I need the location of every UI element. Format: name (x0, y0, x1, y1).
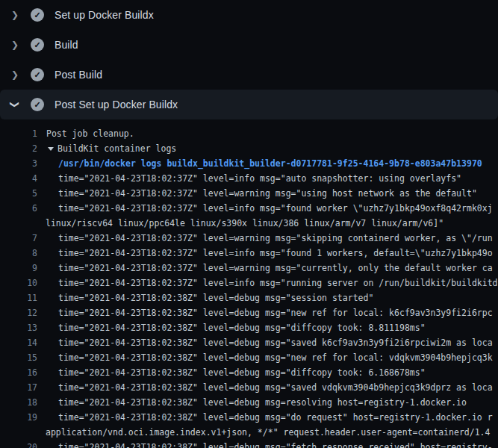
log-line: 12time="2021-04-23T18:02:38Z" level=debu… (0, 305, 498, 320)
log-line: 16time="2021-04-23T18:02:38Z" level=debu… (0, 365, 498, 380)
line-number[interactable]: 11 (0, 293, 37, 303)
log-line: 4time="2021-04-23T18:02:37Z" level=info … (0, 171, 498, 186)
line-number[interactable]: 4 (0, 173, 37, 184)
log-line: 9time="2021-04-23T18:02:37Z" level=warni… (0, 261, 498, 276)
chevron-right-icon[interactable]: ❯ (9, 10, 21, 19)
line-number[interactable]: 20 (0, 442, 37, 448)
line-number[interactable]: 7 (0, 233, 37, 243)
line-number[interactable]: 19 (0, 412, 37, 423)
check-circle-icon: ✓ (31, 8, 44, 22)
check-circle-icon: ✓ (31, 68, 44, 81)
log-text: time="2021-04-23T18:02:37Z" level=info m… (58, 248, 493, 258)
step-title: Post Build (55, 69, 102, 81)
line-number[interactable]: 15 (0, 352, 37, 363)
log-text: application/vnd.oci.image.index.v1+json,… (46, 427, 490, 438)
step-title: Post Set up Docker Buildx (55, 99, 178, 111)
log-line: 1Post job cleanup. (0, 126, 498, 141)
log-line: 14time="2021-04-23T18:02:38Z" level=debu… (0, 335, 498, 350)
line-number[interactable]: 6 (0, 203, 37, 214)
log-line: 8time="2021-04-23T18:02:37Z" level=info … (0, 246, 498, 261)
collapse-triangle-icon[interactable] (48, 147, 54, 151)
log-text: time="2021-04-23T18:02:38Z" level=debug … (58, 352, 493, 363)
log-text: time="2021-04-23T18:02:38Z" level=debug … (58, 442, 493, 448)
log-text: time="2021-04-23T18:02:38Z" level=debug … (58, 367, 426, 378)
log-line: 18time="2021-04-23T18:02:38Z" level=debu… (0, 395, 498, 410)
log-text: time="2021-04-23T18:02:38Z" level=debug … (58, 382, 493, 393)
log-text: time="2021-04-23T18:02:38Z" level=debug … (58, 323, 426, 333)
command-text: /usr/bin/docker logs buildx_buildkit_bui… (58, 158, 482, 169)
step-title: Set up Docker Buildx (55, 9, 154, 21)
log-line: 3/usr/bin/docker logs buildx_buildkit_bu… (0, 156, 498, 171)
step-row-build[interactable]: ❯✓Build (0, 30, 498, 60)
log-line: 2BuildKit container logs (0, 141, 498, 156)
group-label[interactable]: BuildKit container logs (57, 143, 176, 154)
log-text: Post job cleanup. (46, 128, 134, 139)
chevron-down-icon[interactable]: ❯ (10, 99, 19, 111)
line-number[interactable]: 14 (0, 337, 37, 348)
line-number[interactable]: 12 (0, 308, 37, 318)
log-line: 19time="2021-04-23T18:02:38Z" level=debu… (0, 410, 498, 425)
log-line: 13time="2021-04-23T18:02:38Z" level=debu… (0, 320, 498, 335)
log-text: time="2021-04-23T18:02:37Z" level=warnin… (58, 233, 493, 243)
log-text: linux/riscv64 linux/ppc64le linux/s390x … (46, 218, 443, 228)
line-number[interactable]: 16 (0, 367, 37, 378)
log-line-wrap: application/vnd.oci.image.index.v1+json,… (0, 425, 498, 440)
log-line: 6time="2021-04-23T18:02:37Z" level=info … (0, 201, 498, 216)
steps-list: ❯✓Set up Docker Buildx❯✓Build❯✓Post Buil… (0, 0, 498, 119)
log-text: time="2021-04-23T18:02:37Z" level=info m… (58, 203, 493, 214)
log-lines: 1Post job cleanup.2BuildKit container lo… (0, 119, 498, 448)
check-circle-icon: ✓ (31, 98, 44, 111)
line-number[interactable]: 9 (0, 263, 37, 273)
chevron-right-icon[interactable]: ❯ (9, 40, 21, 49)
line-number[interactable]: 1 (0, 128, 37, 139)
line-number[interactable]: 13 (0, 323, 37, 333)
log-line: 20time="2021-04-23T18:02:38Z" level=debu… (0, 440, 498, 448)
log-line: 17time="2021-04-23T18:02:38Z" level=debu… (0, 380, 498, 395)
line-number[interactable]: 3 (0, 158, 37, 169)
log-line: 7time="2021-04-23T18:02:37Z" level=warni… (0, 231, 498, 246)
line-number[interactable]: 17 (0, 382, 37, 393)
log-text: time="2021-04-23T18:02:38Z" level=debug … (58, 412, 493, 423)
log-line: 5time="2021-04-23T18:02:37Z" level=warni… (0, 186, 498, 201)
step-title: Build (55, 39, 78, 51)
log-text: time="2021-04-23T18:02:37Z" level=warnin… (58, 188, 477, 199)
log-line: 11time="2021-04-23T18:02:38Z" level=debu… (0, 290, 498, 305)
step-row-post-set-up-docker-buildx[interactable]: ❯✓Post Set up Docker Buildx (0, 90, 498, 119)
step-row-post-build[interactable]: ❯✓Post Build (0, 60, 498, 90)
line-number[interactable]: 10 (0, 278, 37, 288)
line-number[interactable]: 8 (0, 248, 37, 258)
log-text: time="2021-04-23T18:02:38Z" level=debug … (58, 293, 373, 303)
log-text: time="2021-04-23T18:02:37Z" level=info m… (58, 278, 498, 288)
line-number[interactable]: 2 (0, 143, 37, 154)
log-line: 10time="2021-04-23T18:02:37Z" level=info… (0, 276, 498, 290)
log-text: time="2021-04-23T18:02:37Z" level=warnin… (58, 263, 493, 273)
log-text: time="2021-04-23T18:02:38Z" level=debug … (58, 397, 467, 408)
log-text: time="2021-04-23T18:02:37Z" level=info m… (58, 173, 461, 184)
log-line: 15time="2021-04-23T18:02:38Z" level=debu… (0, 350, 498, 365)
check-circle-icon: ✓ (31, 38, 44, 52)
chevron-right-icon[interactable]: ❯ (9, 70, 21, 79)
log-line-wrap: linux/riscv64 linux/ppc64le linux/s390x … (0, 216, 498, 231)
log-text: time="2021-04-23T18:02:38Z" level=debug … (58, 337, 493, 348)
log-text: time="2021-04-23T18:02:38Z" level=debug … (58, 308, 493, 318)
line-number[interactable]: 18 (0, 397, 37, 408)
step-row-set-up-docker-buildx[interactable]: ❯✓Set up Docker Buildx (0, 0, 498, 30)
line-number[interactable]: 5 (0, 188, 37, 199)
